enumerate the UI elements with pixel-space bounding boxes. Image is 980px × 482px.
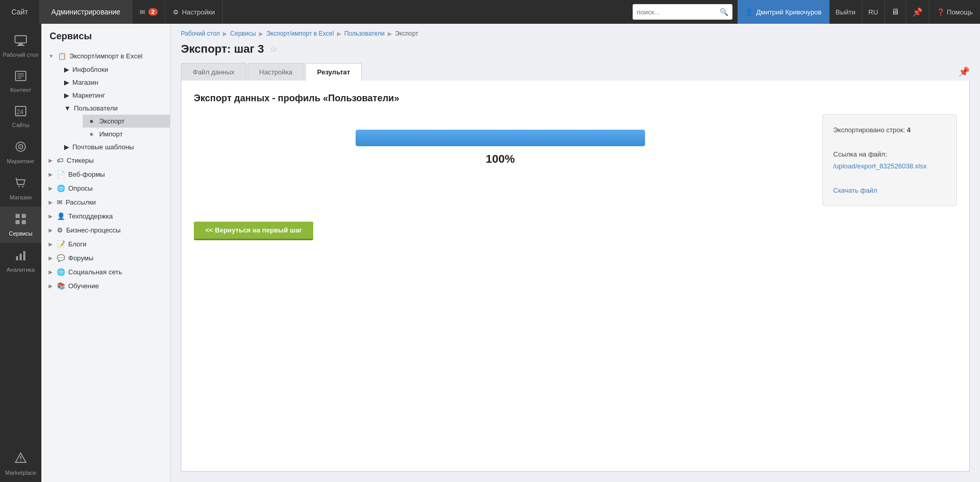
file-link[interactable]: /upload/export_832526038.xlsx xyxy=(833,162,927,170)
sidebar-item-webforms[interactable]: ▶ 📄 Веб-формы xyxy=(41,167,170,181)
back-button[interactable]: << Вернуться на первый шаг xyxy=(194,222,313,240)
sidebar-label-newsletters: Рассылки xyxy=(66,198,96,206)
nav-item-desktop[interactable]: Рабочий стол xyxy=(0,29,41,64)
sidebar-label-users: Пользователи xyxy=(74,104,118,112)
sidebar-label-support: Техподдержка xyxy=(68,212,113,220)
sep3: ▶ xyxy=(337,30,341,37)
svg-rect-2 xyxy=(17,45,24,46)
search-input[interactable] xyxy=(637,8,719,16)
arrow-right-icon-6: ▶ xyxy=(49,172,53,177)
user-btn[interactable]: 👤 Дмитрий Кривочуров xyxy=(738,0,830,24)
rows-count: 4 xyxy=(907,126,910,134)
nav-item-content[interactable]: Контент xyxy=(0,64,41,99)
tab-result[interactable]: Результат xyxy=(305,63,362,81)
sidebar-label-webforms: Веб-формы xyxy=(68,170,105,178)
blogs-icon: 📝 xyxy=(57,240,65,248)
sidebar-item-shop[interactable]: ▶ Магазин xyxy=(57,76,170,89)
notifications-btn[interactable]: ✉ 2 xyxy=(132,0,165,24)
stickers-icon: 🏷 xyxy=(57,157,64,164)
sidebar-item-export[interactable]: Экспорт xyxy=(83,115,170,128)
nav-item-analytics[interactable]: Аналитика xyxy=(0,243,41,279)
dot-import-icon xyxy=(90,133,93,136)
progress-section: 100% Экспортировано строк: 4 Ссылка на ф… xyxy=(194,114,957,206)
sidebar-item-users[interactable]: ▼ Пользователи xyxy=(57,102,170,115)
sidebar-label-shop-sub: Магазин xyxy=(72,79,98,86)
page-title-row: Экспорт: шаг 3 ☆ xyxy=(171,41,980,63)
arrow-down-icon-2: ▼ xyxy=(64,104,71,112)
message-icon: ✉ xyxy=(140,8,145,16)
svg-rect-14 xyxy=(16,214,20,218)
arrow-right-icon: ▶ xyxy=(64,66,69,73)
sidebar-label-marketing: Маркетинг xyxy=(72,91,105,99)
back-button-row: << Вернуться на первый шаг xyxy=(194,222,957,240)
nav-label-sites: Сайты xyxy=(12,122,29,128)
search-icon[interactable]: 🔍 xyxy=(719,8,728,16)
top-bar: Сайт Администрирование ✉ 2 ⚙ Настройки 🔍… xyxy=(0,0,980,24)
sidebar-item-infoblocks[interactable]: ▶ Инфоблоки xyxy=(57,63,170,76)
breadcrumb-export: Экспорт xyxy=(395,30,418,37)
pin-icon-btn[interactable]: 📌 xyxy=(906,0,929,24)
svg-text:24: 24 xyxy=(17,108,24,116)
svg-rect-19 xyxy=(20,254,22,260)
help-icon: ❓ xyxy=(937,8,945,16)
sidebar-item-marketing-sub[interactable]: ▶ Маркетинг xyxy=(57,89,170,102)
breadcrumb-services[interactable]: Сервисы xyxy=(230,30,256,37)
svg-rect-16 xyxy=(16,220,20,224)
sep1: ▶ xyxy=(223,30,227,37)
lang-btn[interactable]: RU xyxy=(862,0,885,24)
social-icon: 🌐 xyxy=(57,268,65,276)
progress-bar-wrap xyxy=(356,130,645,146)
sep2: ▶ xyxy=(259,30,263,37)
download-link[interactable]: Скачать файл xyxy=(833,186,877,194)
favorite-star-icon[interactable]: ☆ xyxy=(269,43,278,55)
nav-item-marketing[interactable]: Маркетинг xyxy=(0,134,41,170)
sidebar-item-blogs[interactable]: ▶ 📝 Блоги xyxy=(41,237,170,251)
top-bar-right: 🔍 👤 Дмитрий Кривочуров Выйти RU 🖥 📌 ❓ По… xyxy=(627,0,980,24)
sidebar-item-social[interactable]: ▶ 🌐 Социальная сеть xyxy=(41,265,170,279)
admin-tab[interactable]: Администрирование xyxy=(40,0,132,24)
breadcrumb-excel[interactable]: Экспорт/импорт в Excel xyxy=(266,30,334,37)
sidebar-item-mail-templates[interactable]: ▶ Почтовые шаблоны xyxy=(57,141,170,153)
search-box: 🔍 xyxy=(633,4,732,20)
sidebar-label-mail-templates: Почтовые шаблоны xyxy=(72,143,134,151)
sidebar-item-bizprocess[interactable]: ▶ ⚙ Бизнес-процессы xyxy=(41,223,170,237)
site-tab[interactable]: Сайт xyxy=(0,0,40,24)
logout-btn[interactable]: Выйти xyxy=(830,0,863,24)
settings-btn[interactable]: ⚙ Настройки xyxy=(165,0,223,24)
services-icon xyxy=(14,213,27,228)
sidebar-item-excel[interactable]: ▼ 📋 Экспорт/импорт в Excel xyxy=(41,49,170,63)
sidebar-item-forums[interactable]: ▶ 💬 Форумы xyxy=(41,251,170,265)
rows-exported-label: Экспортировано строк: 4 xyxy=(833,124,946,136)
icon-nav: Рабочий стол Контент 24 Сайты Маркетинг … xyxy=(0,24,41,482)
nav-item-sites[interactable]: 24 Сайты xyxy=(0,99,41,134)
sidebar-item-polls[interactable]: ▶ 🌐 Опросы xyxy=(41,181,170,195)
sidebar-item-education[interactable]: ▶ 📚 Обучение xyxy=(41,279,170,293)
tab-settings[interactable]: Настройка xyxy=(248,63,304,81)
monitor-icon-btn[interactable]: 🖥 xyxy=(885,0,906,24)
bizprocess-icon: ⚙ xyxy=(57,226,63,234)
sidebar-item-newsletters[interactable]: ▶ ✉ Рассылки xyxy=(41,195,170,209)
sidebar-item-import[interactable]: Импорт xyxy=(83,128,170,141)
nav-item-marketplace[interactable]: Marketplace xyxy=(0,446,41,482)
nav-item-shop[interactable]: Магазин xyxy=(0,170,41,207)
nav-label-marketing: Маркетинг xyxy=(7,158,34,164)
excel-icon: 📋 xyxy=(58,52,66,60)
nav-label-shop: Магазин xyxy=(10,194,32,200)
svg-rect-15 xyxy=(22,214,26,218)
sidebar-item-support[interactable]: ▶ 👤 Техподдержка xyxy=(41,209,170,223)
help-btn[interactable]: ❓ Помощь xyxy=(929,0,980,24)
shop-icon xyxy=(14,177,27,192)
tab-panel: Экспорт данных - профиль «Пользователи» … xyxy=(181,81,970,472)
nav-item-services[interactable]: Сервисы xyxy=(0,207,41,243)
tab-pin-icon[interactable]: 📌 xyxy=(958,66,970,81)
tab-file-data[interactable]: Файл данных xyxy=(181,63,247,81)
info-box: Экспортировано строк: 4 Ссылка на файл: … xyxy=(822,114,957,206)
analytics-icon xyxy=(14,249,27,265)
breadcrumb-desktop[interactable]: Рабочий стол xyxy=(181,30,220,37)
breadcrumb-users[interactable]: Пользователи xyxy=(344,30,385,37)
sidebar-item-stickers[interactable]: ▶ 🏷 Стикеры xyxy=(41,153,170,167)
help-label: Помощь xyxy=(947,8,973,16)
nav-label-content: Контент xyxy=(10,87,32,93)
content-area: Рабочий стол ▶ Сервисы ▶ Экспорт/импорт … xyxy=(171,24,980,482)
sidebar-label-blogs: Блоги xyxy=(68,240,86,248)
